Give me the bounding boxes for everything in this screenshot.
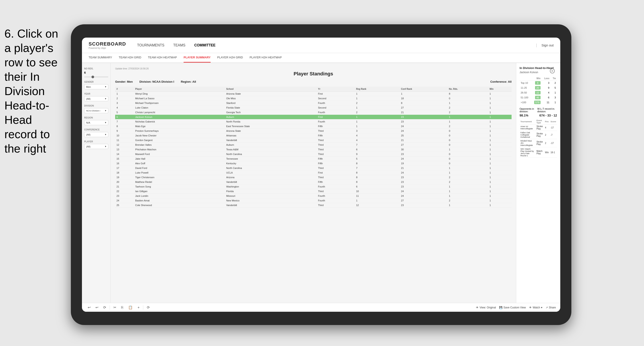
cell-rds: 1 bbox=[448, 101, 488, 105]
table-row[interactable]: 5 Christo Lamprecht Georgia Tech Fourth … bbox=[115, 110, 512, 115]
tourn-name: Fallon Oak Collegiate Invitational bbox=[520, 131, 536, 139]
table-row[interactable]: 7 Nicholas Gaberick North Florida Fourth… bbox=[115, 119, 512, 124]
cell-reg: 1 bbox=[355, 92, 400, 96]
paste-button[interactable]: 📋 bbox=[127, 305, 134, 310]
table-row[interactable]: 6 Jackson Koivun Auburn First 1 23 1 1 bbox=[115, 115, 512, 119]
sidebar-year-control[interactable]: (All) ▾ bbox=[84, 96, 108, 101]
tourn-type: Match Play bbox=[536, 147, 544, 158]
copy-button[interactable]: ⎘ bbox=[120, 305, 125, 310]
filter-conference: Conference: All bbox=[490, 80, 512, 83]
cell-rds: 0 bbox=[448, 152, 488, 157]
sidebar-division-control[interactable]: NCAA Division I ▾ bbox=[84, 108, 108, 113]
table-row[interactable]: 11 Gordon Sargent Vanderbilt Third 4 21 … bbox=[115, 138, 512, 143]
table-row[interactable]: 10 Jacob New-Chesier Arkansas Fifth 4 25… bbox=[115, 133, 512, 138]
cell-school: Kentucky bbox=[225, 161, 317, 166]
table-row[interactable]: 18 Luke Powell UCLA First 8 24 1 1 bbox=[115, 171, 512, 175]
table-row[interactable]: 23 Jack Lundin Missouri Fourth 11 24 1 1 bbox=[115, 194, 512, 198]
sidebar-region-control[interactable]: N/A ▾ bbox=[84, 120, 108, 125]
tourn-score: -17 bbox=[550, 139, 557, 147]
sub-nav-player-summary[interactable]: PLAYER SUMMARY bbox=[184, 53, 210, 63]
cell-school: Florida bbox=[225, 189, 317, 194]
redo-button[interactable]: ↩ bbox=[94, 305, 100, 310]
sidebar-no-rds: No Rds. 6 bbox=[84, 67, 108, 77]
table-row[interactable]: 21 Taehoon Song Washington Fourth 6 23 1… bbox=[115, 184, 512, 189]
nav-committee[interactable]: COMMITTEE bbox=[194, 42, 216, 48]
nav-tournaments[interactable]: TOURNAMENTS bbox=[137, 42, 164, 48]
table-row[interactable]: 15 Jake Hall Tennessee Fifth 5 24 0 1 bbox=[115, 157, 512, 161]
watch-button[interactable]: 👁 Watch ▾ bbox=[529, 306, 542, 309]
share-button[interactable]: ↗ Share bbox=[546, 306, 556, 309]
cell-rds: 2 bbox=[448, 110, 488, 115]
cell-yr: Third bbox=[317, 175, 355, 180]
h2h-table: Win Loss Tie Top 10 8 3 2 11-25 20 9 5 2… bbox=[520, 76, 557, 105]
tourn-score: -7 bbox=[550, 131, 557, 139]
sub-nav-team-h2h-grid[interactable]: TEAM H2H GRID bbox=[119, 53, 141, 63]
cell-player: Phichaksn Maichon bbox=[134, 147, 225, 152]
history-button[interactable]: ⟳ bbox=[102, 305, 108, 310]
cell-win: 1 bbox=[488, 133, 512, 138]
cell-reg: 8 bbox=[355, 171, 400, 175]
table-row[interactable]: 1 Wenyi Ding Arizona State First 1 1 8 1 bbox=[115, 92, 512, 96]
table-row[interactable]: 12 Brendan Valles Auburn Third 7 27 0 1 bbox=[115, 143, 512, 147]
close-panel-button[interactable]: ✕ bbox=[550, 69, 555, 73]
table-row[interactable]: 22 Ian Gilligan Florida Third 10 24 1 1 bbox=[115, 189, 512, 194]
cell-conf: 24 bbox=[400, 171, 448, 175]
cell-yr: Second bbox=[317, 105, 355, 110]
cell-rds: 2 bbox=[448, 124, 488, 129]
cell-rds: 2 bbox=[448, 198, 488, 203]
cell-win: 1 bbox=[488, 152, 512, 157]
cell-conf: 23 bbox=[400, 115, 448, 119]
sub-nav-team-summary[interactable]: TEAM SUMMARY bbox=[88, 53, 112, 63]
cell-reg: 8 bbox=[355, 175, 400, 180]
table-row[interactable]: 8 Mats Ege East Tennessee State Fifth 1 … bbox=[115, 124, 512, 129]
table-row[interactable]: 24 Bastien Amat New Mexico Fourth 1 27 2… bbox=[115, 198, 512, 203]
cell-player: Bastien Amat bbox=[134, 198, 225, 203]
cell-rds: 0 bbox=[448, 138, 488, 143]
cell-school: Texas A&M bbox=[225, 147, 317, 152]
table-row[interactable]: 4 Luke Claton Florida State Second 1 27 … bbox=[115, 105, 512, 110]
table-row[interactable]: 9 Preston Summerhays Arizona State Third… bbox=[115, 129, 512, 133]
table-row[interactable]: 20 Matthew Riedel Vanderbilt Fifth 8 23 … bbox=[115, 180, 512, 184]
add-button[interactable]: + bbox=[136, 305, 141, 310]
sign-out-button[interactable]: Sign out bbox=[542, 43, 554, 47]
sidebar-no-rds-slider[interactable] bbox=[84, 76, 108, 77]
sidebar-region-label: Region bbox=[84, 117, 108, 119]
cell-rank: 6 bbox=[115, 115, 134, 119]
cell-rank: 16 bbox=[115, 161, 134, 166]
cell-reg: 2 bbox=[355, 101, 400, 105]
cell-yr: Third bbox=[317, 189, 355, 194]
nav-teams[interactable]: TEAMS bbox=[173, 42, 185, 48]
h2h-col-label bbox=[520, 76, 531, 80]
table-row[interactable]: 19 Tiger Christensen Arizona Third 8 23 … bbox=[115, 175, 512, 180]
table-row[interactable]: 3 Michael Thorbjornsen Stanford Fourth 2… bbox=[115, 101, 512, 105]
sidebar-conference-control[interactable]: (All) ▾ bbox=[84, 132, 108, 137]
undo-button[interactable]: ↩ bbox=[86, 305, 92, 310]
h2h-loss: 3 bbox=[542, 80, 550, 86]
sidebar-gender-control[interactable]: Men ▾ bbox=[84, 84, 108, 89]
sidebar-no-rds-label: No Rds. bbox=[84, 67, 108, 70]
cell-rank: 18 bbox=[115, 171, 134, 175]
cell-player: Luke Claton bbox=[134, 105, 225, 110]
tourn-col-type: Event Type bbox=[536, 119, 544, 125]
table-row[interactable]: 13 Phichaksn Maichon Texas A&M Third 6 3… bbox=[115, 147, 512, 152]
table-row[interactable]: 2 Michael La Sasso Ole Miss Second 1 18 … bbox=[115, 96, 512, 101]
sidebar-player-control[interactable]: (All) ▾ bbox=[84, 144, 108, 149]
table-row[interactable]: 17 David Ford North Carolina Third 7 21 … bbox=[115, 166, 512, 171]
sub-nav-team-h2h-heatmap[interactable]: TEAM H2H HEATMAP bbox=[148, 53, 177, 63]
table-row[interactable]: 25 Cole Sherwood Vanderbilt Third 12 23 … bbox=[115, 203, 512, 208]
cell-conf: 18 bbox=[400, 96, 448, 101]
sub-nav-player-h2h-heatmap[interactable]: PLAYER H2H HEATMAP bbox=[250, 53, 282, 63]
tourn-type: Stroke Play bbox=[536, 139, 544, 147]
cell-school: Vanderbilt bbox=[225, 180, 317, 184]
cell-conf: 1 bbox=[400, 92, 448, 96]
save-custom-view-button[interactable]: 💾 Save Custom View bbox=[499, 306, 526, 309]
cell-conf: 21 bbox=[400, 110, 448, 115]
cell-player: Wenyi Ding bbox=[134, 92, 225, 96]
refresh-button[interactable]: ⟳ bbox=[146, 305, 151, 310]
scissors-button[interactable]: ✂ bbox=[112, 305, 118, 310]
view-original-button[interactable]: 👁 View: Original bbox=[476, 306, 496, 309]
sub-nav-player-h2h-grid[interactable]: PLAYER H2H GRID bbox=[217, 53, 243, 63]
sidebar-gender-label: Gender bbox=[84, 81, 108, 83]
table-row[interactable]: 14 Maxwell Ford North Carolina Third 9 2… bbox=[115, 152, 512, 157]
table-row[interactable]: 16 Alex Goff Kentucky Fifth 8 19 0 1 bbox=[115, 161, 512, 166]
